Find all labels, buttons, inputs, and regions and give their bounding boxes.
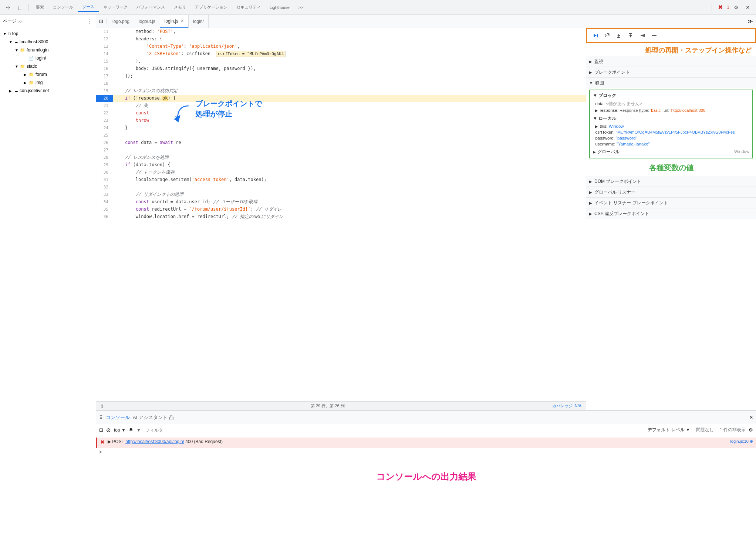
tree-item-localhost[interactable]: ▼ ☁ localhost:8000 xyxy=(0,38,96,46)
expand-this[interactable]: ▶ xyxy=(595,124,598,128)
code-line-15: 15 }, xyxy=(96,58,586,65)
cloud-icon-cdn: ☁ xyxy=(14,88,18,93)
svg-rect-0 xyxy=(597,34,598,37)
file-tab-logout[interactable]: logout.js xyxy=(134,15,160,28)
tab-lighthouse[interactable]: Lighthouse xyxy=(265,4,294,11)
console-annotation-text: コンソールへの出力結果 xyxy=(376,472,476,482)
code-line-31: 31 localStorage.setItem('access_token', … xyxy=(96,176,586,184)
tree-item-forum[interactable]: ▶ 📁 forum xyxy=(0,70,96,78)
tab-memory[interactable]: メモリ xyxy=(169,3,190,11)
prompt-symbol[interactable]: > xyxy=(99,449,102,455)
tab-more[interactable]: >> xyxy=(294,4,308,11)
console-context-dropdown[interactable]: top ▼ xyxy=(114,428,126,433)
code-editor[interactable]: 11 method: 'POST', 12 headers: { 13 'Con… xyxy=(96,28,586,401)
debug-section-event-listener: ▶ イベント リスナー ブレークポイント xyxy=(586,198,756,208)
toggle-sidebar-icon[interactable]: ⊡ xyxy=(99,19,103,24)
debug-csp-header[interactable]: ▶ CSP 違反ブレークポイント xyxy=(586,208,756,219)
code-line-30: 30 // トークンを保存 xyxy=(96,169,586,176)
error-source[interactable]: login.js:10 ⊕ xyxy=(730,439,753,444)
scope-local-this: ▶this: Window xyxy=(593,123,749,129)
main-tab-bar: 要素 コンソール ソース ネットワーク パフォーマンス メモリ アプリケーション… xyxy=(31,3,709,12)
close-tab-icon[interactable]: ✕ xyxy=(180,19,184,23)
tab-network[interactable]: ネットワーク xyxy=(99,3,132,11)
svg-rect-2 xyxy=(652,35,657,36)
console-prompt-row: > xyxy=(96,448,756,456)
close-console-icon[interactable]: ✕ xyxy=(749,415,753,420)
bottom-toolbar: ⠿ コンソール AI アシスタント 凸 ✕ xyxy=(96,411,756,424)
code-line-36: 36 window.location.href = redirectUrl; /… xyxy=(96,213,586,221)
sidebar-more[interactable]: >> xyxy=(18,19,23,24)
code-line-32: 32 xyxy=(96,184,586,191)
error-row-icon: ✖ xyxy=(100,439,105,445)
debug-content: ▶ 監視 ▶ ブレークポイント ▼ xyxy=(586,56,756,410)
folder-icon-top: □ xyxy=(8,31,11,36)
tab-security[interactable]: セキュリティ xyxy=(232,3,265,11)
console-filter-bar: ⊡ ⊘ top ▼ 👁 ▼ デフォルト レベル ▼ 問題なし 1 件の非表示 ⚙ xyxy=(96,424,756,436)
top-toolbar: ⊹ ⬚ 要素 コンソール ソース ネットワーク パフォーマンス メモリ アプリケ… xyxy=(0,0,756,15)
error-icon[interactable]: ✖ xyxy=(715,2,725,13)
console-clear-icon[interactable]: ⊘ xyxy=(106,427,111,433)
debug-scope-header[interactable]: ▼ 範囲 xyxy=(586,78,756,88)
tree-label-static: static xyxy=(27,64,37,69)
debug-dom-header[interactable]: ▶ DOM ブレークポイント xyxy=(586,176,756,187)
code-line-18: 18 xyxy=(96,80,586,87)
deactivate-btn[interactable] xyxy=(649,30,659,41)
arrow-cdn: ▶ xyxy=(9,89,14,93)
hidden-count-label[interactable]: 1 件の非表示 xyxy=(720,427,746,433)
code-line-24: 24 } xyxy=(96,124,586,132)
debug-section-global-listener: ▶ グローバル リスナー xyxy=(586,187,756,198)
log-level-dropdown[interactable]: デフォルト レベル ▼ xyxy=(648,427,690,433)
tree-item-top[interactable]: ▼ □ top xyxy=(0,30,96,38)
expand-response[interactable]: ▶ xyxy=(595,108,598,113)
tab-application[interactable]: アプリケーション xyxy=(190,3,232,11)
error-link[interactable]: http://localhost:8000/api/login/ xyxy=(125,439,184,444)
tab-console-bottom[interactable]: コンソール xyxy=(106,414,130,421)
settings-icon[interactable]: ⚙ xyxy=(731,2,741,13)
console-eye-icon[interactable]: 👁 xyxy=(129,427,134,433)
code-line-12: 12 headers: { xyxy=(96,36,586,43)
debug-breakpoints-header[interactable]: ▶ ブレークポイント xyxy=(586,67,756,77)
tree-item-img[interactable]: ▶ 📁 img xyxy=(0,78,96,87)
console-sidebar-icon[interactable]: ⊡ xyxy=(99,427,103,433)
step-into-btn[interactable] xyxy=(614,30,624,41)
tree-item-forum-login[interactable]: ▼ 📁 forum/login xyxy=(0,46,96,54)
scope-csrf-token: csrfToken: "MUfrPAmOrOgAU4M5fEVzy1Pif5FJ… xyxy=(593,129,749,135)
code-line-17: 17 }); xyxy=(96,73,586,80)
debug-section-csp: ▶ CSP 違反ブレークポイント xyxy=(586,208,756,219)
step-over-btn[interactable] xyxy=(602,30,612,41)
status-coverage[interactable]: カバレッジ: N/A xyxy=(552,403,581,409)
step-btn[interactable] xyxy=(637,30,648,41)
close-devtools-icon[interactable]: ✕ xyxy=(743,2,753,13)
tab-console[interactable]: コンソール xyxy=(48,3,78,11)
debug-watch-header[interactable]: ▶ 監視 xyxy=(586,56,756,67)
inspect-icon[interactable]: ⊹ xyxy=(3,2,13,13)
step-out-btn[interactable] xyxy=(625,30,636,41)
sidebar-menu-icon[interactable]: ⋮ xyxy=(87,18,93,25)
folder-icon-forum: 📁 xyxy=(29,72,34,77)
code-line-22: 22 const xyxy=(96,110,586,117)
sidebar-header-title: ページ >> xyxy=(3,18,23,24)
tree-item-static[interactable]: ▼ 📁 static xyxy=(0,62,96,70)
console-content: ✖ ▶ POST http://localhost:8000/api/login… xyxy=(96,436,756,536)
tree-label-img: img xyxy=(36,80,43,85)
tree-item-cdn[interactable]: ▶ ☁ cdn.jsdelivr.net xyxy=(0,87,96,95)
tab-ai-assistant[interactable]: AI アシスタント 凸 xyxy=(133,414,174,421)
more-tabs-icon[interactable]: ≫ xyxy=(748,19,753,24)
debug-event-listener-header[interactable]: ▶ イベント リスナー ブレークポイント xyxy=(586,198,756,208)
debug-global-listener-header[interactable]: ▶ グローバル リスナー xyxy=(586,187,756,197)
resume-btn[interactable] xyxy=(590,30,600,41)
scope-block-response: ▶response: Response {type: 'basic', url:… xyxy=(593,107,749,113)
file-tab-login-slash[interactable]: login/ xyxy=(189,15,209,28)
tree-item-login-slash[interactable]: 📄 login/ xyxy=(0,54,96,62)
tab-performance[interactable]: パフォーマンス xyxy=(132,3,169,11)
device-icon[interactable]: ⬚ xyxy=(15,2,25,13)
expand-global[interactable]: ▶ xyxy=(593,150,596,154)
console-settings-icon[interactable]: ⚙ xyxy=(749,427,753,433)
center-panel: ⊡ logo.png logout.js login.js ✕ login/ ≫ xyxy=(96,15,756,536)
tab-sources[interactable]: ソース xyxy=(78,3,99,12)
console-filter-input[interactable] xyxy=(145,428,394,433)
tab-elements[interactable]: 要素 xyxy=(31,3,48,11)
file-tab-logo[interactable]: logo.png xyxy=(108,15,134,28)
code-line-21: 21 // 失 xyxy=(96,102,586,110)
file-tab-login-js[interactable]: login.js ✕ xyxy=(160,15,189,28)
